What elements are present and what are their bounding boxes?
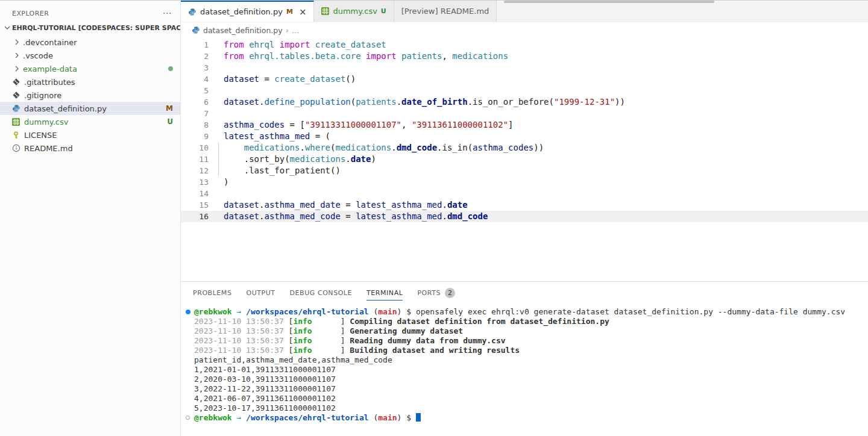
- terminal-line: @rebkwok → /workspaces/ehrql-tutorial (m…: [186, 307, 868, 317]
- command-prompt-icon: [186, 416, 190, 420]
- ports-count-badge: 2: [445, 288, 455, 298]
- panel-tab-label: PORTS: [417, 289, 441, 297]
- code-text: latest_asthma_med = (: [224, 131, 330, 142]
- panel-tab-terminal[interactable]: TERMINAL: [366, 282, 403, 304]
- code-line-15[interactable]: 15dataset.asthma_med_date = latest_asthm…: [181, 199, 868, 211]
- panel-tab-debug-console[interactable]: DEBUG CONSOLE: [290, 282, 352, 304]
- line-number: 13: [181, 176, 209, 188]
- code-line-11[interactable]: 11 .sort_by(medications.date): [181, 154, 868, 165]
- tab-label: dummy.csv: [333, 7, 377, 16]
- git-status-badge: U: [167, 117, 173, 126]
- file-label: dummy.csv: [24, 117, 68, 126]
- code-text: ): [224, 176, 228, 188]
- code-text: from ehrql.tables.beta.core import patie…: [224, 51, 508, 62]
- code-text: dataset = create_dataset(): [224, 73, 356, 85]
- code-text: from ehrql import create_dataset: [224, 39, 386, 51]
- terminal-line: patient_id,asthma_med_date,asthma_med_co…: [186, 355, 868, 365]
- line-number: 15: [181, 199, 209, 211]
- workspace-root[interactable]: EHRQL-TUTORIAL [CODESPACES: SUPER SPACE …: [0, 21, 180, 34]
- terminal-line: 4,2021-06-07,39113611000001102: [186, 394, 868, 403]
- line-number: 7: [181, 108, 209, 119]
- line-number: 5: [181, 85, 209, 96]
- code-line-5[interactable]: 5: [181, 85, 868, 96]
- code-text: dataset.asthma_med_code = latest_asthma_…: [224, 211, 488, 222]
- code-text: .last_for_patient(): [224, 165, 341, 176]
- editor-tabbar: dataset_definition.pyM×dummy.csvU[Previe…: [181, 1, 868, 22]
- line-number: 11: [181, 154, 209, 165]
- file-label: README.md: [24, 144, 73, 153]
- file-row-readme-md[interactable]: README.md: [0, 142, 180, 155]
- panel-tab-label: OUTPUT: [246, 289, 275, 297]
- tab-label: dataset_definition.py: [200, 7, 283, 16]
- file-row-example-data[interactable]: example-data: [0, 62, 180, 75]
- panel-tabbar: PROBLEMSOUTPUTDEBUG CONSOLETERMINALPORTS…: [181, 282, 868, 304]
- file-label: .devcontainer: [23, 38, 77, 47]
- code-editor[interactable]: 1from ehrql import create_dataset2from e…: [181, 38, 868, 281]
- indent-guide: [218, 142, 219, 154]
- terminal[interactable]: @rebkwok → /workspaces/ehrql-tutorial (m…: [181, 304, 868, 436]
- code-text: asthma_codes = ["39113311000001107", "39…: [224, 119, 513, 131]
- code-text: dataset.define_population(patients.date_…: [224, 96, 625, 108]
- chevron-right-icon: ›: [286, 26, 289, 35]
- python-icon: [192, 26, 200, 34]
- file-row--gitignore[interactable]: .gitignore: [0, 89, 180, 102]
- panel-tab-label: PROBLEMS: [193, 289, 231, 297]
- file-label: .gitignore: [24, 91, 61, 100]
- file-row-dummy-csv[interactable]: dummy.csvU: [0, 115, 180, 128]
- file-label: .gitattributes: [24, 78, 75, 87]
- line-number: 14: [181, 188, 209, 199]
- code-line-3[interactable]: 3: [181, 62, 868, 73]
- more-actions-icon[interactable]: ⋯: [163, 10, 172, 16]
- line-number: 16: [181, 211, 209, 222]
- code-line-2[interactable]: 2from ehrql.tables.beta.core import pati…: [181, 51, 868, 62]
- code-text: dataset.asthma_med_date = latest_asthma_…: [224, 199, 468, 211]
- indent-guide: [218, 154, 219, 165]
- tab-dataset-definition-py[interactable]: dataset_definition.pyM×: [181, 1, 314, 22]
- tab--preview-readme-md[interactable]: [Preview] README.md: [394, 1, 497, 22]
- file-row-dataset-definition-py[interactable]: dataset_definition.pyM: [0, 102, 180, 115]
- code-line-13[interactable]: 13): [181, 176, 868, 188]
- line-number: 2: [181, 51, 209, 62]
- chevron-right-icon: [12, 37, 22, 47]
- tab-dummy-csv[interactable]: dummy.csvU: [314, 1, 394, 22]
- panel-tab-problems[interactable]: PROBLEMS: [193, 282, 231, 304]
- breadcrumb-file[interactable]: dataset_definition.py: [203, 26, 283, 35]
- git-file-icon: [12, 91, 23, 99]
- code-line-8[interactable]: 8asthma_codes = ["39113311000001107", "3…: [181, 119, 868, 131]
- file-list: .devcontainer.vscodeexample-data.gitattr…: [0, 36, 180, 155]
- git-file-icon: [12, 78, 23, 86]
- panel-tab-output[interactable]: OUTPUT: [246, 282, 275, 304]
- panel-tab-ports[interactable]: PORTS2: [417, 282, 455, 304]
- code-line-9[interactable]: 9latest_asthma_med = (: [181, 131, 868, 142]
- code-line-6[interactable]: 6dataset.define_population(patients.date…: [181, 96, 868, 108]
- file-row--vscode[interactable]: .vscode: [0, 49, 180, 62]
- file-row--devcontainer[interactable]: .devcontainer: [0, 36, 180, 49]
- code-text: medications.where(medications.dmd_code.i…: [224, 142, 544, 154]
- terminal-line: 2023-11-10 13:50:37 [info ] Reading dumm…: [186, 336, 868, 346]
- line-number: 6: [181, 96, 209, 108]
- close-icon[interactable]: ×: [299, 8, 307, 16]
- git-change-dot: [168, 66, 173, 71]
- code-line-16[interactable]: 16dataset.asthma_med_code = latest_asthm…: [181, 211, 868, 222]
- code-line-10[interactable]: 10 medications.where(medications.dmd_cod…: [181, 142, 868, 154]
- breadcrumb-tail[interactable]: …: [292, 26, 300, 35]
- terminal-line: 3,2022-11-22,39113311000001107: [186, 384, 868, 394]
- code-line-4[interactable]: 4dataset = create_dataset(): [181, 73, 868, 85]
- panel-tab-label: DEBUG CONSOLE: [290, 289, 352, 297]
- code-line-12[interactable]: 12 .last_for_patient(): [181, 165, 868, 176]
- vscode-window: EXPLORER ⋯ EHRQL-TUTORIAL [CODESPACES: S…: [0, 0, 868, 436]
- bottom-panel: PROBLEMSOUTPUTDEBUG CONSOLETERMINALPORTS…: [181, 281, 868, 436]
- terminal-line: 2,2020-03-10,39113311000001107: [186, 375, 868, 384]
- breadcrumb[interactable]: dataset_definition.py › …: [181, 22, 868, 38]
- code-line-14[interactable]: 14: [181, 188, 868, 199]
- explorer-sidebar: EXPLORER ⋯ EHRQL-TUTORIAL [CODESPACES: S…: [0, 1, 181, 436]
- line-number: 4: [181, 73, 209, 85]
- terminal-line: 2023-11-10 13:50:37 [info ] Building dat…: [186, 346, 868, 355]
- file-row--gitattributes[interactable]: .gitattributes: [0, 75, 180, 89]
- tab-dirty-badge: M: [286, 8, 293, 16]
- file-row-license[interactable]: LICENSE: [0, 128, 180, 142]
- code-line-1[interactable]: 1from ehrql import create_dataset: [181, 39, 868, 51]
- tabbar-scrollbar[interactable]: [504, 1, 714, 3]
- command-executed-icon: [186, 310, 190, 314]
- code-line-7[interactable]: 7: [181, 108, 868, 119]
